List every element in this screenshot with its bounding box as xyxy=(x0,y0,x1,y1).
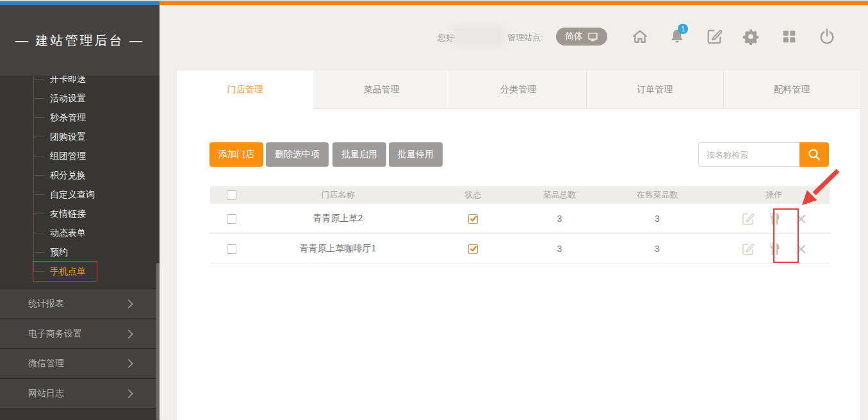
logo: — 建站管理后台 — xyxy=(0,5,160,76)
manage-site-label: 管理站点: xyxy=(507,32,543,44)
grid-icon xyxy=(780,28,798,46)
sidebar-item-yuyue[interactable]: 预约 xyxy=(0,243,160,262)
store-name: 青青原上草咖啡厅1 xyxy=(252,243,423,255)
sidebar-item-dongtaibiaodan[interactable]: 动态表单 xyxy=(0,224,160,243)
language-label: 简体 xyxy=(565,31,583,42)
sidebar-section-wangzhanrizhi[interactable]: 网站日志 xyxy=(0,378,160,408)
chevron-right-icon xyxy=(124,358,133,367)
status-checkbox-checked[interactable] xyxy=(468,244,478,254)
on-sale-count: 3 xyxy=(596,214,718,224)
sidebar-section-weixinguanli[interactable]: 微信管理 xyxy=(0,348,160,378)
language-button[interactable]: 简体 xyxy=(556,28,607,46)
compose-button[interactable] xyxy=(705,27,724,46)
sidebar-item-jifenduihuan[interactable]: 积分兑换 xyxy=(0,166,160,185)
logout-button[interactable] xyxy=(817,27,837,46)
col-header-store-name: 门店名称 xyxy=(252,189,423,201)
chevron-right-icon xyxy=(124,299,133,308)
notifications-button[interactable]: 1 xyxy=(667,27,687,46)
edit-icon xyxy=(741,212,755,226)
row-checkbox[interactable] xyxy=(227,214,236,224)
sidebar-section-tongjibaobiao[interactable]: 统计报表 xyxy=(0,289,160,318)
dish-total: 3 xyxy=(523,244,596,254)
sidebar-item-youqinglianjie[interactable]: 友情链接 xyxy=(0,205,160,224)
annotation-box-cutlery-icons xyxy=(773,208,799,263)
apps-button[interactable] xyxy=(780,27,799,46)
chevron-right-icon xyxy=(124,389,133,398)
search-icon xyxy=(807,147,822,162)
status-checkbox-checked[interactable] xyxy=(468,214,478,224)
tab-order-management[interactable]: 订单管理 xyxy=(587,71,723,109)
sidebar-item-zidingyichaxun[interactable]: 自定义查询 xyxy=(0,185,160,205)
tab-dish-management[interactable]: 菜品管理 xyxy=(313,71,450,109)
tab-category-management[interactable]: 分类管理 xyxy=(450,71,587,109)
col-header-status: 状态 xyxy=(423,189,523,201)
home-icon xyxy=(631,28,649,46)
sidebar-item-huodongshezhi[interactable]: 活动设置 xyxy=(0,89,160,108)
annotation-arrow xyxy=(797,164,845,212)
dish-total: 3 xyxy=(523,214,596,224)
tab-store-management[interactable]: 门店管理 xyxy=(177,71,313,109)
search-input[interactable] xyxy=(698,142,799,167)
edit-store-button[interactable] xyxy=(741,242,755,256)
sidebar: — 建站管理后台 — 开卡即送 活动设置 秒杀管理 团购设置 组团管理 积分兑换 xyxy=(0,5,160,420)
username-redacted xyxy=(455,29,502,43)
edit-icon xyxy=(741,242,755,256)
edit-store-button[interactable] xyxy=(741,212,755,226)
row-checkbox[interactable] xyxy=(227,244,236,254)
sidebar-section-dianzishangwu[interactable]: 电子商务设置 xyxy=(0,319,160,348)
topbar-orange-strip xyxy=(160,1,868,5)
sidebar-scrollbar[interactable] xyxy=(156,263,160,420)
power-icon xyxy=(818,28,836,46)
tab-ingredient-management[interactable]: 配料管理 xyxy=(724,71,860,109)
batch-disable-button[interactable]: 批量停用 xyxy=(389,142,443,167)
gear-icon xyxy=(742,28,760,46)
logo-text: — 建站管理后台 — xyxy=(15,32,144,49)
compose-icon xyxy=(705,28,723,46)
monitor-icon xyxy=(587,31,598,42)
delete-selected-button[interactable]: 删除选中项 xyxy=(266,142,329,167)
tab-bar: 门店管理 菜品管理 分类管理 订单管理 配料管理 xyxy=(177,71,860,109)
batch-enable-button[interactable]: 批量启用 xyxy=(332,142,386,167)
store-table: 门店名称 状态 菜品总数 在售菜品数 操作 青青原上草2 3 3 xyxy=(210,186,830,264)
annotation-box-mobile-ordering xyxy=(33,261,97,281)
table-row: 青青原上草咖啡厅1 3 3 xyxy=(210,234,830,264)
table-row: 青青原上草2 3 3 xyxy=(210,204,830,234)
admin-backend-page: — 建站管理后台 — 开卡即送 活动设置 秒杀管理 团购设置 组团管理 积分兑换 xyxy=(0,0,868,420)
on-sale-count: 3 xyxy=(596,244,718,254)
search-button[interactable] xyxy=(799,142,829,167)
add-store-button[interactable]: 添加门店 xyxy=(209,142,263,167)
select-all-checkbox[interactable] xyxy=(227,190,236,200)
table-header-row: 门店名称 状态 菜品总数 在售菜品数 操作 xyxy=(210,186,830,204)
col-header-on-sale: 在售菜品数 xyxy=(596,189,718,201)
col-header-dish-total: 菜品总数 xyxy=(523,189,596,201)
sidebar-item-miaoshaguanli[interactable]: 秒杀管理 xyxy=(0,108,160,128)
sidebar-item-tuangoushezhi[interactable]: 团购设置 xyxy=(0,128,160,147)
settings-button[interactable] xyxy=(741,27,760,46)
sidebar-item-zutuanguanli[interactable]: 组团管理 xyxy=(0,147,160,166)
greeting-text: 您好 xyxy=(438,32,454,44)
notification-badge: 1 xyxy=(678,24,688,34)
home-button[interactable] xyxy=(630,27,650,46)
chevron-right-icon xyxy=(124,329,133,338)
content-card: 门店管理 菜品管理 分类管理 订单管理 配料管理 添加门店 删除选中项 批量启用… xyxy=(177,71,860,420)
store-name: 青青原上草2 xyxy=(252,213,423,224)
